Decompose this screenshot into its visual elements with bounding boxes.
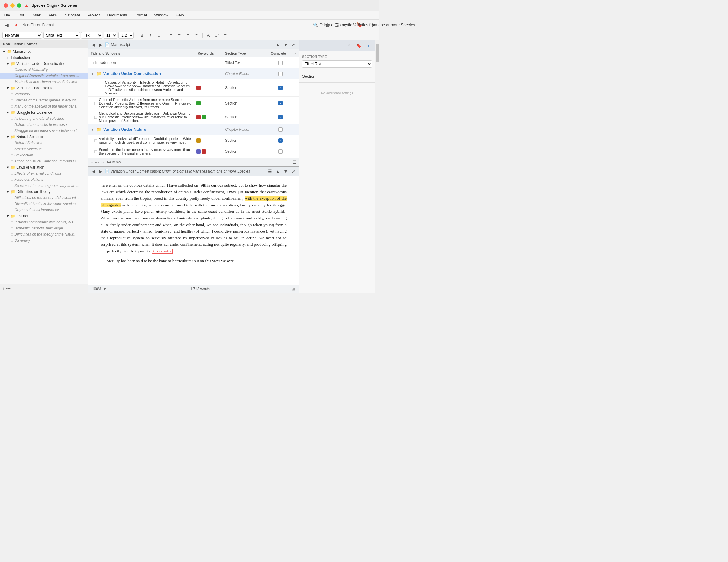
outliner-expand-button[interactable]: ⤢ <box>290 42 296 48</box>
sidebar-item-species-larger[interactable]: □ Species of the larger genera in any co… <box>0 97 88 103</box>
menu-insert[interactable]: Insert <box>30 12 43 18</box>
align-center-button[interactable]: ≡ <box>176 32 183 39</box>
outliner-scroll-up[interactable]: ▲ <box>274 42 281 48</box>
complete-checkbox-vud[interactable] <box>278 72 283 76</box>
complete-checkbox-causes[interactable] <box>278 86 283 90</box>
editor-scroll-up[interactable]: ▲ <box>274 168 281 174</box>
sidebar-item-diversified[interactable]: □ Diversified habits in the same species <box>0 201 88 207</box>
align-justify-button[interactable]: ≡ <box>193 32 200 39</box>
editor-scroll-down[interactable]: ▼ <box>282 168 289 174</box>
sidebar-item-action[interactable]: □ Action of Natural Selection, through D… <box>0 158 88 164</box>
outliner-forward-button[interactable]: ▶ <box>98 42 104 48</box>
align-right-button[interactable]: ≡ <box>184 32 192 39</box>
sidebar-item-many-species[interactable]: □ Many of the species of the larger gene… <box>0 103 88 109</box>
italic-button[interactable]: I <box>147 32 154 39</box>
editor-forward-button[interactable]: ▶ <box>98 168 104 174</box>
inspector-body[interactable]: No additional settings <box>299 83 375 293</box>
editor-list-button[interactable]: ☰ <box>267 168 273 174</box>
complete-checkbox[interactable] <box>278 61 283 65</box>
sidebar-item-variation-dom[interactable]: ▼ 📁 Variation Under Domestication <box>0 61 88 67</box>
font-size-selector[interactable]: 11 <box>104 32 117 39</box>
complete-checkbox-sl[interactable] <box>278 149 283 154</box>
sidebar-item-false-corr[interactable]: □ False correlations <box>0 176 88 182</box>
table-row[interactable]: ▼ 📁 Variation Under Domestication Chapte… <box>88 68 299 79</box>
line-spacing-selector[interactable]: 1.1x <box>118 32 134 39</box>
sidebar-item-natural-sel[interactable]: ▼ 📁 Natural Selection <box>0 134 88 140</box>
outliner-list-button[interactable]: ☰ <box>292 160 296 164</box>
main-scrollbar[interactable] <box>375 40 379 293</box>
window-close-button[interactable] <box>4 3 8 8</box>
table-row[interactable]: □ Species of the larger genera in any co… <box>88 146 299 157</box>
sidebar-item-slow[interactable]: □ Slow action <box>0 152 88 158</box>
window-minimize-button[interactable] <box>10 3 15 8</box>
complete-checkbox-origin[interactable] <box>278 101 283 105</box>
sidebar-item-diff-descent[interactable]: □ Difficulties on the theory of descent … <box>0 195 88 201</box>
complete-checkbox-methodical[interactable] <box>278 115 283 119</box>
sidebar-item-natural-doc[interactable]: □ Natural Selection <box>0 140 88 146</box>
sidebar-item-manuscript[interactable]: ▼ 📁 Manuscript <box>0 48 88 55</box>
table-row[interactable]: □ Introduction Titled Text <box>88 57 299 68</box>
underline-button[interactable]: U <box>155 32 163 39</box>
outliner-body[interactable]: □ Introduction Titled Text ▼ 📁 Var <box>88 57 299 157</box>
sidebar-item-introduction[interactable]: □ Introduction <box>0 55 88 61</box>
sidebar-item-domestic-instincts[interactable]: □ Domestic instincts, their origin <box>0 225 88 231</box>
table-row[interactable]: □ Causes of Variability—Effects of Habit… <box>88 79 299 97</box>
outliner-more-button[interactable]: ••• <box>94 160 99 164</box>
sidebar-item-diff-natural[interactable]: □ Difficulties on the theory of the Natu… <box>0 231 88 237</box>
sidebar-item-effects[interactable]: □ Effects of external conditions <box>0 170 88 176</box>
table-row[interactable]: □ Methodical and Unconscious Selection—U… <box>88 110 299 124</box>
list-button[interactable]: ≡ <box>222 32 229 39</box>
complete-checkbox-vun[interactable] <box>278 127 283 132</box>
text-color-button[interactable]: A <box>205 32 212 39</box>
sidebar-item-organs[interactable]: □ Organs of small importance <box>0 207 88 213</box>
table-row[interactable]: □ Variability—Individual differences—Dou… <box>88 135 299 146</box>
sidebar-add-button[interactable]: + <box>2 286 5 291</box>
highlight-button[interactable]: 🖊 <box>213 32 221 39</box>
sidebar-item-causes[interactable]: □ Causes of Variability <box>0 67 88 73</box>
complete-checkbox-var[interactable] <box>278 138 283 143</box>
sidebar-item-summary[interactable]: □ Summary <box>0 237 88 243</box>
zoom-dropdown[interactable]: ▼ <box>103 287 107 292</box>
outliner-scroll-down[interactable]: ▼ <box>282 42 289 48</box>
outliner-add-button[interactable]: + <box>91 160 93 164</box>
window-maximize-button[interactable] <box>17 3 21 8</box>
sidebar-more-button[interactable]: ••• <box>6 286 11 291</box>
editor-content[interactable]: here enter on the copious details which … <box>88 176 299 285</box>
text-type-selector[interactable]: Text <box>81 32 102 39</box>
inspector-view-button[interactable]: ⤢ <box>345 42 353 50</box>
sidebar-item-species-genus[interactable]: □ Species of the same genus vary in an .… <box>0 182 88 189</box>
inspector-info-button[interactable]: i <box>364 42 373 50</box>
table-row[interactable]: ▼ 📁 Variation Under Nature Chapter Folde… <box>88 124 299 135</box>
table-row[interactable]: □ Origin of Domestic Varieties from one … <box>88 97 299 110</box>
align-left-button[interactable]: ≡ <box>167 32 175 39</box>
bold-button[interactable]: B <box>138 32 146 39</box>
sidebar-item-origin-dom[interactable]: □ Origin of Domestic Varieties from one … <box>0 73 88 79</box>
font-selector[interactable]: Sitka Text <box>43 32 80 39</box>
sidebar-item-sexual[interactable]: □ Sexual Selection <box>0 146 88 152</box>
sidebar-content[interactable]: ▼ 📁 Manuscript □ Introduction ▼ 📁 Variat… <box>0 48 88 284</box>
toolbar-back-button[interactable]: ◀ <box>2 21 11 29</box>
sidebar-item-laws[interactable]: ▼ 📁 Laws of Variation <box>0 164 88 170</box>
menu-format[interactable]: Format <box>133 12 148 18</box>
sidebar-item-bearing[interactable]: □ Its bearing on natural selection <box>0 115 88 122</box>
outliner-back-button[interactable]: ◀ <box>91 42 97 48</box>
sidebar-item-nature-checks[interactable]: □ Nature of the checks to increase <box>0 122 88 128</box>
sidebar-item-struggle-severe[interactable]: □ Struggle for life most severe between … <box>0 128 88 134</box>
word-count-icon[interactable]: ⊞ <box>292 287 295 292</box>
inspector-bookmark-button[interactable]: 🔖 <box>354 42 363 50</box>
scrollbar-thumb[interactable] <box>376 44 379 62</box>
section-type-select[interactable]: Titled Text Section Chapter Folder <box>302 60 372 68</box>
editor-expand-button[interactable]: ⤢ <box>290 168 296 174</box>
sidebar-item-instinct[interactable]: ▼ 📁 Instinct <box>0 213 88 219</box>
sidebar-item-methodical[interactable]: □ Methodical and Unconscious Selection <box>0 79 88 85</box>
menu-edit[interactable]: Edit <box>16 12 25 18</box>
sidebar-item-variability[interactable]: □ Variability <box>0 91 88 97</box>
sidebar-item-instincts-comparable[interactable]: □ Instincts comparable with habits, but … <box>0 219 88 225</box>
toolbar-add-button[interactable]: 🔺 <box>12 21 20 29</box>
editor-back-button[interactable]: ◀ <box>91 168 97 174</box>
style-selector[interactable]: No Style <box>2 32 42 39</box>
sidebar-item-variation-nat[interactable]: ▼ 📁 Variation Under Nature <box>0 85 88 91</box>
menu-window[interactable]: Window <box>153 12 170 18</box>
menu-view[interactable]: View <box>48 12 58 18</box>
menu-help[interactable]: Help <box>175 12 185 18</box>
